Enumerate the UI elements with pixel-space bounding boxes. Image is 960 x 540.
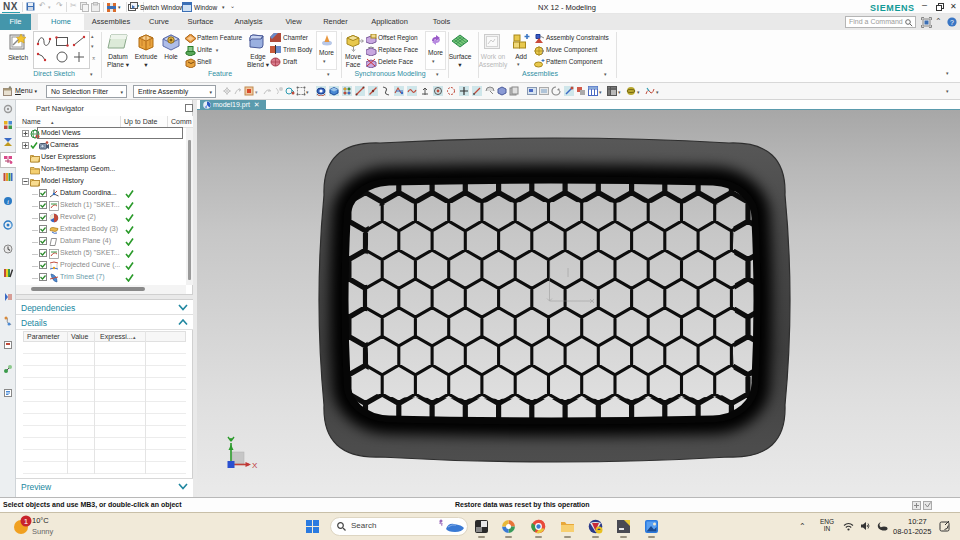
svg-text:X: X	[252, 461, 258, 470]
svg-text:i: i	[7, 198, 9, 206]
svg-text:?: ?	[950, 19, 954, 26]
svg-text:1: 1	[24, 517, 29, 526]
